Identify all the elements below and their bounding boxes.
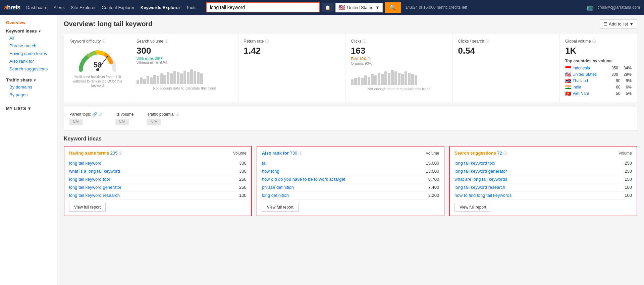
chart-bar [391,70,394,85]
idea-volume-1: 13,000 [426,169,439,174]
chart-bar [150,77,153,84]
sidebar-item-phrase-match[interactable]: Phrase match [0,42,57,50]
nav-tools[interactable]: Tools [186,5,196,10]
country-selector[interactable]: 🇺🇸 United States ▼ [335,3,383,12]
idea-keyword-4[interactable]: long tail keyword research [69,193,120,198]
sidebar-item-having-same-terms[interactable]: Having same terms [0,50,57,57]
search-volume-label: Search volume ⓘ [137,39,233,44]
idea-volume-0: 250 [625,161,632,166]
user-email[interactable]: chris@cjgiarratana.com [598,5,640,10]
chart-bar [137,80,139,84]
idea-count[interactable]: 730 [290,151,297,156]
search-volume-info-icon[interactable]: ⓘ [165,39,168,44]
sidebar-item-all[interactable]: All [0,34,57,42]
clicks-chart [351,68,447,85]
clicks-per-search-label: Clicks / search ⓘ [458,39,554,44]
idea-row: how old do you have to be to work at tar… [262,175,439,183]
idea-info-icon[interactable]: ⓘ [503,151,507,155]
difficulty-label: Keyword difficulty ⓘ [69,39,125,44]
idea-volume-1: 250 [625,169,632,174]
chart-bar [153,75,156,84]
idea-keyword-1[interactable]: how long [262,169,279,174]
view-report-button-search-suggestions[interactable]: View full report [454,203,491,212]
paid-info-icon[interactable]: ⓘ [368,57,371,61]
global-volume-info-icon[interactable]: ⓘ [592,39,596,44]
idea-keyword-2[interactable]: how old do you have to be to work at tar… [262,177,345,182]
main-layout: Overview Keyword ideas ▼ All Phrase matc… [0,15,644,285]
country-link[interactable]: United States [573,72,597,77]
country-link[interactable]: Viet Nam [573,91,589,96]
no-data-search-volume: Not enough data to calculate this trend [137,86,233,90]
monitor-icon[interactable]: 📺 [587,4,594,11]
sidebar-my-lists[interactable]: MY LISTS ▼ [0,104,57,113]
idea-info-icon[interactable]: ⓘ [119,151,122,155]
sidebar-section-traffic-share[interactable]: Traffic share ▼ [0,75,57,83]
my-lists-arrow: ▼ [27,106,32,111]
idea-keyword-1[interactable]: what is a long tail keyword [69,169,120,174]
metrics-row: Keyword difficulty ⓘ [64,34,637,102]
idea-keyword-0[interactable]: tail [262,161,268,166]
country-link[interactable]: Thailand [573,78,588,83]
view-report-button-having-same-terms[interactable]: View full report [69,203,106,212]
idea-keyword-0[interactable]: long tail keyword [69,161,102,166]
country-row: 🇻🇳 Viet Nam 50 5% [565,91,632,96]
metric-clicks: Clicks ⓘ 163 Paid 10% ⓘ Organic 90% Not … [345,34,453,102]
idea-info-icon[interactable]: ⓘ [299,151,302,155]
sidebar-item-search-suggestions[interactable]: Search suggestions [0,65,57,73]
idea-volume-2: 250 [239,177,247,182]
difficulty-info-icon[interactable]: ⓘ [102,39,105,44]
add-to-list-button[interactable]: ☰ Add to list ▼ [600,19,637,28]
traffic-potential-info-icon[interactable]: ⓘ [176,112,179,117]
idea-row: what are long tail keywords 150 [454,175,632,183]
idea-keyword-2[interactable]: what are long tail keywords [454,177,507,182]
return-rate-info-icon[interactable]: ⓘ [265,39,269,44]
idea-keyword-3[interactable]: long tail keyword generator [69,185,121,190]
sidebar-item-also-rank-for[interactable]: Also rank for [0,57,57,65]
country-list: 🇮🇩 Indonesia 350 34% 🇺🇸 United States 30… [565,65,632,96]
nav-dashboard[interactable]: Dashboard [26,5,48,10]
return-rate-value: 1.42 [244,46,340,56]
nav-site-explorer[interactable]: Site Explorer [71,5,96,10]
parent-topic-value: N/A [69,119,83,125]
country-flag-icon: 🇮🇳 [565,84,571,90]
idea-keyword-1[interactable]: long tail keyword generator [454,169,507,174]
idea-row: how to find long tail keywords 100 [454,191,632,199]
country-stats: 300 29% [611,72,632,77]
country-link[interactable]: Indonesia [573,66,590,70]
country-flag-icon: 🇹🇭 [565,78,571,83]
sidebar-item-by-pages[interactable]: By pages [0,91,57,99]
idea-keyword-2[interactable]: long tail keyword tool [69,177,110,182]
search-input[interactable] [206,2,320,12]
idea-count[interactable]: 72 [497,151,502,156]
country-name-area: 🇮🇳 India [565,84,581,90]
clicks-per-search-info-icon[interactable]: ⓘ [486,39,489,44]
idea-count[interactable]: 205 [110,151,118,156]
idea-volume-4: 100 [239,193,247,198]
nav-keywords-explorer[interactable]: Keywords Explorer [141,5,180,10]
sidebar-item-by-domains[interactable]: By domains [0,83,57,91]
idea-keyword-3[interactable]: phrase definition [262,185,294,190]
clicks-label: Clicks ⓘ [351,39,447,44]
country-name-area: 🇹🇭 Thailand [565,78,588,83]
sidebar-section-keyword-ideas[interactable]: Keyword ideas ▼ [0,26,57,34]
nav-alerts[interactable]: Alerts [54,5,65,10]
clicks-info-icon[interactable]: ⓘ [363,39,366,44]
country-link[interactable]: India [573,85,581,90]
idea-keyword-3[interactable]: long tail keyword research [454,185,505,190]
idea-keyword-4[interactable]: how to find long tail keywords [454,193,512,198]
nav-content-explorer[interactable]: Content Explorer [102,5,135,10]
chart-bar [173,71,176,84]
view-report-button-also-rank-for[interactable]: View full report [262,203,299,212]
view-report-area: View full report [454,199,632,212]
search-button[interactable]: 🔍 [385,2,401,13]
idea-keyword-4[interactable]: long definition [262,193,289,198]
idea-keyword-0[interactable]: long tail keyword tool [454,161,495,166]
copy-icon[interactable]: 📋 [322,3,333,12]
parent-topic-info-icon[interactable]: ⓘ [99,112,102,117]
idea-card-header: Search suggestions 72 ⓘ Volume [454,151,632,156]
country-row: 🇺🇸 United States 300 29% [565,72,632,77]
sidebar-item-overview[interactable]: Overview [0,19,57,26]
return-rate-label: Return rate ⓘ [244,39,340,44]
chart-bar [394,71,397,85]
search-volume-chart [137,67,233,84]
